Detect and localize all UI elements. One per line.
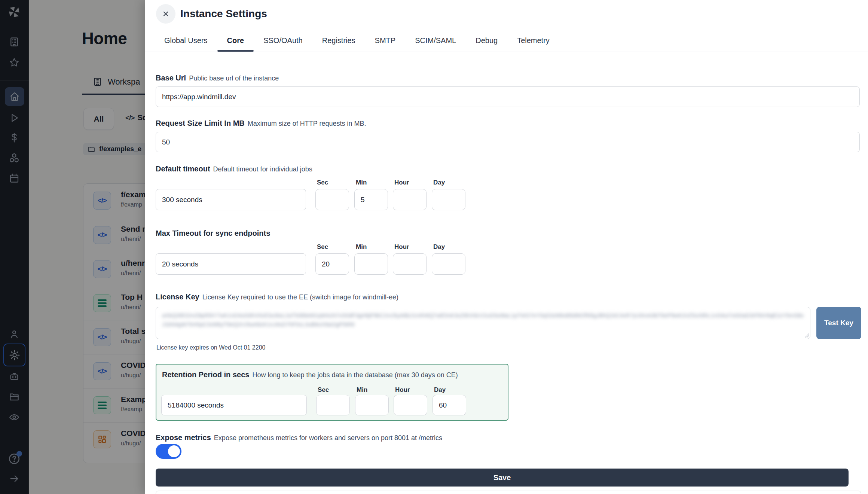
default-timeout-day-input[interactable]	[432, 189, 465, 210]
sec-label: Sec	[317, 243, 328, 251]
expose-metrics-toggle[interactable]	[156, 444, 181, 459]
base-url-input[interactable]	[156, 86, 860, 107]
next-field-partial[interactable]	[156, 491, 861, 494]
sec-label: Sec	[317, 179, 328, 186]
tab-core[interactable]: Core	[227, 29, 244, 52]
license-key-label: License KeyLicense Key required to use t…	[156, 293, 398, 301]
max-timeout-label: Max Timeout for sync endpoints	[156, 229, 273, 238]
retention-input[interactable]	[161, 395, 307, 415]
min-label: Min	[356, 243, 367, 251]
resize-handle[interactable]	[804, 333, 809, 338]
toggle-knob	[168, 445, 180, 457]
retention-sec-input[interactable]	[316, 395, 350, 415]
tab-debug[interactable]: Debug	[476, 29, 498, 52]
day-label: Day	[433, 243, 445, 251]
min-label: Min	[357, 386, 367, 394]
retention-min-input[interactable]	[355, 395, 389, 415]
save-button[interactable]: Save	[156, 469, 849, 487]
day-label: Day	[433, 179, 445, 186]
hour-label: Hour	[394, 243, 409, 251]
license-key-value-obfuscated: aXbQ39fJ2mZ8pR5tY7wK1nD4sG6hV0cE3uI9oL2a…	[162, 311, 804, 329]
hour-label: Hour	[394, 179, 409, 186]
tab-scim-saml[interactable]: SCIM/SAML	[415, 29, 456, 52]
max-timeout-hour-input[interactable]	[393, 253, 427, 275]
max-timeout-day-input[interactable]	[432, 253, 465, 275]
modal-backdrop[interactable]	[0, 0, 145, 494]
tab-registries[interactable]: Registries	[322, 29, 355, 52]
retention-period-section: Retention Period in secsHow long to keep…	[156, 364, 508, 421]
default-timeout-input[interactable]	[156, 189, 306, 210]
retention-label: Retention Period in secsHow long to keep…	[162, 370, 458, 379]
retention-day-input[interactable]	[433, 395, 466, 415]
default-timeout-hour-input[interactable]	[393, 189, 427, 210]
max-timeout-sec-input[interactable]	[315, 253, 349, 275]
request-size-label: Request Size Limit In MBMaximum size of …	[156, 119, 366, 128]
tab-global-users[interactable]: Global Users	[164, 29, 208, 52]
default-timeout-sec-input[interactable]	[315, 189, 349, 210]
max-timeout-input[interactable]	[156, 253, 306, 275]
test-key-button[interactable]: Test Key	[816, 307, 861, 339]
default-timeout-label: Default timeoutDefault timeout for indiv…	[156, 165, 312, 173]
expose-metrics-label: Expose metricsExpose prometheus metrics …	[156, 433, 442, 442]
min-label: Min	[356, 179, 367, 186]
base-url-label: Base UrlPublic base url of the instance	[156, 74, 279, 82]
license-expiry-note: License key expires on Wed Oct 01 2200	[156, 344, 265, 351]
close-icon	[161, 9, 170, 18]
request-size-input[interactable]	[156, 132, 860, 152]
license-key-textarea[interactable]: aXbQ39fJ2mZ8pR5tY7wK1nD4sG6hV0cE3uI9oL2a…	[156, 307, 810, 339]
instance-settings-modal: Instance Settings Global Users Core SSO/…	[145, 0, 868, 494]
settings-tabs: Global Users Core SSO/OAuth Registries S…	[145, 29, 868, 52]
tab-smtp[interactable]: SMTP	[375, 29, 396, 52]
sec-label: Sec	[318, 386, 329, 394]
max-timeout-min-input[interactable]	[354, 253, 388, 275]
app-window: Home Workspa All </> Sc f/examples_e </>…	[0, 0, 868, 494]
hour-label: Hour	[395, 386, 410, 394]
day-label: Day	[434, 386, 446, 394]
modal-title: Instance Settings	[180, 8, 267, 20]
tab-telemetry[interactable]: Telemetry	[517, 29, 550, 52]
default-timeout-min-input[interactable]	[354, 189, 388, 210]
close-button[interactable]	[156, 4, 175, 24]
tab-sso-oauth[interactable]: SSO/OAuth	[263, 29, 303, 52]
retention-hour-input[interactable]	[394, 395, 427, 415]
